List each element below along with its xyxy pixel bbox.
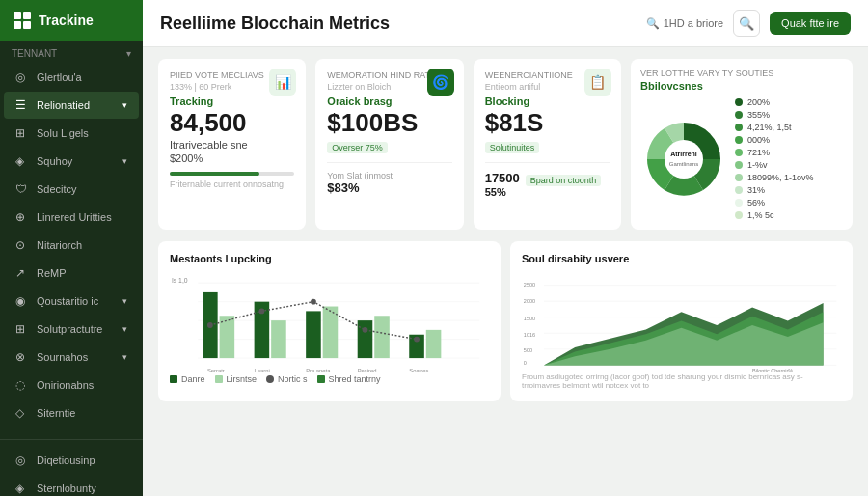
svg-rect-16 <box>358 320 373 358</box>
svg-text:Atrirreni: Atrirreni <box>670 151 697 157</box>
charts-row: Mestaonts l upcking Is 1,0 <box>158 241 853 401</box>
time-indicator: 🔍 1HD a briore <box>646 17 723 30</box>
svg-rect-17 <box>374 316 390 358</box>
blocking-main-value: $81S <box>485 109 610 137</box>
sidebar-item-12[interactable]: ◇Siterntie <box>4 400 139 427</box>
oracle-section-title: Oraick brasg <box>327 96 451 107</box>
area-chart-area: 2500 2000 1500 1016 500 0 <box>522 272 841 369</box>
sidebar-item-1[interactable]: ☰Relionatied▾ <box>4 92 139 119</box>
tracking-section-title: Tracking <box>170 96 294 107</box>
svg-text:1016: 1016 <box>524 332 535 338</box>
oracle-card: 🌀 Wemoration hind rates Lizzter on Bloic… <box>315 59 463 230</box>
bar-chart-area: Is 1,0 <box>170 272 489 369</box>
tracking-main-value: 84,500 <box>170 109 294 137</box>
tracking-card: 📊 Piied vote mecliavs 133% | 60 Prerk Tr… <box>158 59 306 230</box>
tracking-footer: Friternable current onnosatng <box>170 179 294 189</box>
blocking-percentage: 55% <box>485 186 610 198</box>
svg-point-1 <box>665 140 703 179</box>
bilovcsnes-card: Ver lotthe vary ty souties Bbilovcsnes <box>631 59 853 230</box>
oracle-card-icon: 🌀 <box>427 69 454 96</box>
svg-text:0: 0 <box>524 360 527 366</box>
pie-legend-item: 355% <box>735 110 814 120</box>
sidebar-item-11[interactable]: ◌Onirionabns <box>4 372 139 399</box>
area-chart-card: Soul dirsabity usvere 2500 2000 1500 101… <box>510 241 853 401</box>
main-content: Reelliime Blocchain Metrics 🔍 1HD a brio… <box>143 0 868 496</box>
pie-legend-item: 56% <box>735 198 814 207</box>
search-button[interactable]: 🔍 <box>733 10 760 37</box>
svg-rect-13 <box>271 320 286 358</box>
sidebar-item-10[interactable]: ⊗Sournahos▾ <box>4 344 139 371</box>
blocking-card-icon: 📋 <box>584 69 611 96</box>
oracle-secondary-label: Yom Slat (inmost <box>327 171 451 180</box>
pie-legend-item: 721% <box>735 148 814 157</box>
pie-legend-item: 4,21%, 1,5t <box>735 123 814 132</box>
svg-rect-14 <box>306 311 321 358</box>
sidebar-item-5[interactable]: ⊕Linrered Uritties <box>4 204 139 231</box>
blocking-section-title: Blocking <box>485 96 610 107</box>
area-chart-title: Soul dirsabity usvere <box>522 253 841 264</box>
sidebar-item-6[interactable]: ⊙Nitariorch <box>4 232 139 259</box>
oracle-badge: Overser 75% <box>327 142 388 153</box>
area-chart-svg: 2500 2000 1500 1016 500 0 <box>522 272 841 378</box>
sidebar-item-4[interactable]: 🛡Sdecitcy <box>4 176 139 203</box>
sidebar-bottom: ◎Diqetiousinp◈Sternlobunty <box>0 439 143 496</box>
sidebar-bottom-item-1[interactable]: ◈Sternlobunty <box>4 475 139 496</box>
pie-legend-item: 200% <box>735 97 814 107</box>
pie-wrapper: Atrirreni Gamtlinans 200%355%4,21%, 1,5t… <box>640 97 843 220</box>
sidebar-item-9[interactable]: ⊞Solutpractutre▾ <box>4 316 139 343</box>
sidebar-section-header: Tennant ▾ <box>0 41 143 63</box>
pie-legend-item: 18099%, 1-1ov% <box>735 173 814 182</box>
blocking-secondary: 17500 Bpard on ctoonth 55% <box>485 162 610 198</box>
pie-legend-item: 31% <box>735 185 814 195</box>
svg-text:Gamtlinans: Gamtlinans <box>669 161 698 167</box>
tracking-sub-value: $200% <box>170 152 294 164</box>
svg-text:Pre aneta..: Pre aneta.. <box>306 368 334 373</box>
pie-legend-item: 1-%v <box>735 160 814 170</box>
logo-icon <box>14 12 31 29</box>
sidebar-logo[interactable]: Trackine <box>0 0 143 41</box>
svg-point-22 <box>311 299 316 305</box>
bar-chart-svg: Is 1,0 <box>170 272 489 378</box>
sidebar-item-8[interactable]: ◉Qoustaritio ic▾ <box>4 288 139 315</box>
svg-text:1500: 1500 <box>524 316 535 321</box>
svg-text:2500: 2500 <box>524 282 535 288</box>
pie-legend-item: 1,% 5c <box>735 210 814 220</box>
metrics-cards-row: 📊 Piied vote mecliavs 133% | 60 Prerk Tr… <box>158 59 853 230</box>
bilovcsnes-label: Ver lotthe vary ty souties <box>640 69 843 78</box>
svg-point-23 <box>363 327 368 333</box>
tracking-card-icon: 📊 <box>269 69 296 96</box>
bilovcsnes-title: Bbilovcsnes <box>640 80 843 92</box>
svg-text:Soatres: Soatres <box>409 368 428 373</box>
oracle-secondary-value: $83% <box>327 180 451 195</box>
svg-point-21 <box>258 308 264 314</box>
sidebar: Trackine Tennant ▾ ◎Glertlou'a☰Relionati… <box>0 0 143 496</box>
sidebar-item-2[interactable]: ⊞Solu Ligels <box>4 120 139 147</box>
svg-text:Learni..: Learni.. <box>255 368 274 373</box>
clock-icon: 🔍 <box>646 17 660 30</box>
svg-point-20 <box>207 322 213 328</box>
svg-point-24 <box>414 337 420 343</box>
svg-text:Bilontic Chernir%: Bilontic Chernir% <box>752 368 793 373</box>
oracle-secondary: Yom Slat (inmost $83% <box>327 162 451 195</box>
logo-text: Trackine <box>39 13 94 28</box>
pie-legend: 200%355%4,21%, 1,5t000%721%1-%v18099%, 1… <box>735 97 814 220</box>
oracle-main-value: $100BS <box>327 109 451 137</box>
quick-access-button[interactable]: Quak ftte ire <box>770 12 851 35</box>
sidebar-item-0[interactable]: ◎Glertlou'a <box>4 64 139 91</box>
pie-chart: Atrirreni Gamtlinans <box>640 116 727 203</box>
sidebar-item-3[interactable]: ◈Squhoy▾ <box>4 148 139 175</box>
bar-chart-title: Mestaonts l upcking <box>170 253 489 264</box>
blocking-badge1: Solutinuites <box>485 142 540 153</box>
svg-text:Serratr..: Serratr.. <box>207 368 228 373</box>
svg-text:2000: 2000 <box>524 298 535 304</box>
blocking-badge2: Bpard on ctoonth <box>526 175 602 186</box>
svg-rect-15 <box>323 307 339 359</box>
dashboard-content: 📊 Piied vote mecliavs 133% | 60 Prerk Tr… <box>143 47 868 496</box>
bar-chart-card: Mestaonts l upcking Is 1,0 <box>158 241 501 401</box>
svg-rect-19 <box>426 330 442 358</box>
blocking-card: 📋 Weenerciantiione Entieom artiful Block… <box>474 59 621 230</box>
sidebar-item-7[interactable]: ↗ReMP <box>4 260 139 287</box>
svg-text:Pesired..: Pesired.. <box>358 368 380 373</box>
sidebar-bottom-item-0[interactable]: ◎Diqetiousinp <box>4 447 139 474</box>
topbar-actions: 🔍 1HD a briore 🔍 Quak ftte ire <box>646 10 851 37</box>
